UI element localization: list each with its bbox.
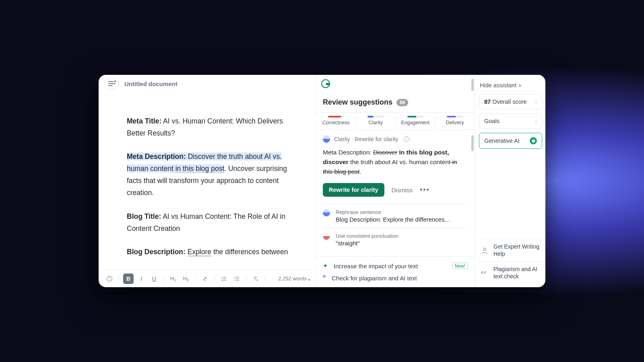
- editor-body[interactable]: Meta Title: AI vs. Human Content: Which …: [99, 93, 316, 269]
- clarity-bar-icon: [367, 116, 384, 117]
- plagiarism-row[interactable]: ❞ Check for plagiarism and AI text: [323, 272, 468, 284]
- suggestion-actions: Rewrite for clarity Dismiss •••: [323, 183, 468, 197]
- active-suggestion-header: Clarity · Rewrite for clarity i: [323, 136, 468, 143]
- suggestion-list[interactable]: Clarity · Rewrite for clarity i Meta Des…: [316, 130, 475, 256]
- dismiss-button[interactable]: Dismiss: [392, 187, 413, 193]
- ordered-list-button[interactable]: [219, 274, 229, 284]
- tab-correctness[interactable]: Correctness: [316, 113, 356, 130]
- svg-text:?: ?: [108, 277, 110, 281]
- notification-dot-icon: [114, 80, 117, 83]
- separator: [214, 275, 215, 282]
- rewrite-button[interactable]: Rewrite for clarity: [323, 183, 384, 197]
- unordered-list-button[interactable]: [231, 274, 242, 284]
- separator: [195, 275, 196, 282]
- expert-help-label: Get Expert Writing Help: [493, 243, 541, 257]
- tab-engagement[interactable]: Engagement: [396, 113, 436, 130]
- correctness-bar-icon: [328, 116, 344, 117]
- quotes-icon: [481, 269, 489, 278]
- assistant-footer: ✦ Increase the impact of your text New! …: [316, 256, 475, 287]
- h1-button[interactable]: H1: [168, 274, 178, 284]
- bold-button[interactable]: B: [123, 274, 134, 284]
- category-tabs: Correctness Clarity Engagement Delivery: [316, 112, 475, 130]
- chevron-right-icon: ›: [535, 99, 537, 105]
- scrollbar-thumb[interactable]: [471, 79, 474, 91]
- chevron-right-icon: ›: [535, 118, 537, 124]
- blog-title-paragraph[interactable]: Blog Title: AI vs Human Content: The Rol…: [127, 210, 292, 234]
- svg-point-4: [234, 280, 235, 281]
- meta-desc-label: Meta Description:: [127, 152, 186, 160]
- bolt-icon: ✦: [323, 262, 328, 269]
- caret-up-icon: ▴: [308, 277, 310, 281]
- suggestion-item[interactable]: Use consistent punctuation "straight": [323, 228, 468, 251]
- document-title[interactable]: Untitled document: [124, 80, 178, 87]
- review-title: Review suggestions: [323, 98, 392, 107]
- info-icon[interactable]: i: [404, 136, 409, 142]
- separator: [163, 275, 164, 282]
- quote-icon: ❞: [323, 274, 326, 282]
- generative-ai-card[interactable]: Generative AI: [479, 133, 542, 149]
- ordered-list-icon: [221, 276, 227, 282]
- bold-icon: B: [126, 276, 130, 282]
- link-icon: [202, 276, 208, 282]
- blog-desc-label: Blog Description:: [127, 248, 186, 256]
- meta-desc-highlight: in this blog post: [175, 165, 225, 173]
- goals-card[interactable]: Goals ›: [479, 113, 542, 129]
- delivery-bar-icon: [447, 116, 463, 117]
- blog-desc-explore: Explore: [188, 248, 211, 256]
- score-label: Overall score: [491, 99, 526, 105]
- more-actions-button[interactable]: •••: [420, 186, 430, 194]
- editor-toolbar: ? B I U H1 H2 2,252 words▴: [99, 269, 316, 287]
- impact-row[interactable]: ✦ Increase the impact of your text New!: [323, 260, 468, 272]
- svg-point-3: [234, 278, 235, 279]
- word-count[interactable]: 2,252 words▴: [278, 276, 310, 282]
- blog-title-label: Blog Title:: [127, 212, 161, 220]
- svg-point-5: [483, 248, 486, 250]
- clear-format-icon: [252, 276, 259, 282]
- score-number: 87: [484, 99, 491, 105]
- assistant-pane: Review suggestions 68 Correctness Clarit…: [316, 75, 475, 287]
- help-button[interactable]: ?: [104, 274, 115, 284]
- clarity-dot-icon: [323, 209, 330, 216]
- clear-format-button[interactable]: [250, 274, 261, 284]
- right-rail: Hide assistant ›› 87 Overall score › Goa…: [475, 75, 545, 287]
- suggestion-preview: "straight": [336, 240, 468, 247]
- blog-desc-paragraph[interactable]: Blog Description: Explore the difference…: [127, 246, 292, 258]
- clarity-dot-icon: [323, 136, 330, 143]
- separator: [246, 275, 246, 282]
- h2-button[interactable]: H2: [181, 274, 191, 284]
- new-badge: New!: [452, 263, 468, 269]
- removed-text: Discover: [373, 149, 397, 156]
- editor-pane: Untitled document Meta Title: AI vs. Hum…: [99, 75, 316, 287]
- editor-header: Untitled document: [99, 75, 316, 93]
- grammarly-logo-icon: [321, 79, 330, 88]
- underline-icon: U: [152, 276, 156, 282]
- suggestion-item[interactable]: Rephrase sentence Blog Description: Expl…: [323, 204, 468, 228]
- italic-button[interactable]: I: [136, 274, 147, 284]
- expert-help-button[interactable]: Get Expert Writing Help: [479, 239, 542, 261]
- svg-point-2: [234, 277, 235, 278]
- person-icon: [481, 246, 489, 255]
- genai-label: Generative AI: [484, 138, 520, 144]
- suggestion-label: Rephrase sentence: [336, 209, 468, 215]
- hide-assistant-button[interactable]: Hide assistant ››: [480, 82, 541, 88]
- tab-delivery[interactable]: Delivery: [436, 113, 475, 130]
- scrollbar-thumb[interactable]: [471, 135, 474, 151]
- engagement-bar-icon: [407, 116, 423, 117]
- underline-button[interactable]: U: [149, 274, 159, 284]
- suggestion-tag: Clarity · Rewrite for clarity: [334, 136, 398, 142]
- separator: [265, 275, 265, 282]
- generative-ai-icon: [530, 137, 537, 144]
- suggestion-label: Use consistent punctuation: [336, 233, 468, 239]
- chevron-right-double-icon: ››: [519, 82, 519, 88]
- meta-desc-paragraph[interactable]: Meta Description: Discover the truth abo…: [127, 150, 292, 199]
- plagiarism-check-button[interactable]: Plagiarism and AI text check: [479, 261, 542, 284]
- link-button[interactable]: [200, 274, 210, 284]
- meta-title-paragraph[interactable]: Meta Title: AI vs. Human Content: Which …: [127, 115, 292, 139]
- assistant-topbar: [316, 75, 475, 93]
- menu-button[interactable]: [105, 78, 119, 89]
- plagiarism-label: Check for plagiarism and AI text: [332, 275, 417, 282]
- overall-score-card[interactable]: 87 Overall score ›: [479, 94, 542, 109]
- tab-clarity[interactable]: Clarity: [356, 113, 396, 130]
- suggestion-count-badge: 68: [396, 99, 408, 106]
- hide-assistant-label: Hide assistant: [480, 82, 516, 88]
